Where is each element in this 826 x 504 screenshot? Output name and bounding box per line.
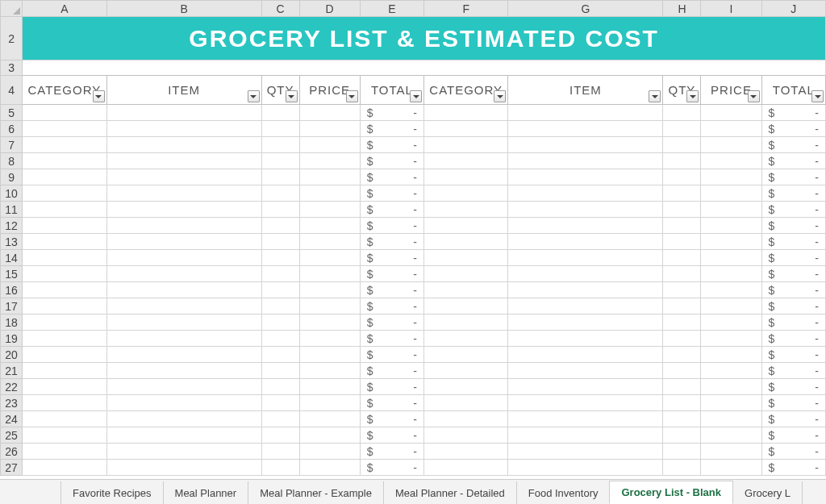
col-header[interactable]: C xyxy=(261,1,299,17)
cell[interactable] xyxy=(663,363,701,379)
table-row[interactable]: 15$-$- xyxy=(1,266,826,282)
table-header-price[interactable]: PRICE xyxy=(299,76,360,105)
cell[interactable] xyxy=(424,250,508,266)
cell[interactable] xyxy=(508,121,663,137)
cell[interactable] xyxy=(701,282,761,298)
row-header[interactable]: 20 xyxy=(1,347,23,363)
row-header[interactable]: 11 xyxy=(1,202,23,218)
cell[interactable] xyxy=(106,411,261,427)
cell[interactable] xyxy=(106,347,261,363)
filter-dropdown-icon[interactable] xyxy=(286,90,298,102)
cell[interactable] xyxy=(106,427,261,444)
select-all-cell[interactable] xyxy=(1,1,23,17)
cell[interactable] xyxy=(424,218,508,234)
cell[interactable]: $- xyxy=(761,347,825,363)
sheet-tab[interactable]: Favorite Recipes xyxy=(60,481,164,504)
cell[interactable] xyxy=(663,331,701,347)
cell[interactable] xyxy=(701,298,761,314)
cell[interactable] xyxy=(663,266,701,282)
cell[interactable]: $- xyxy=(360,331,423,347)
cell[interactable] xyxy=(106,218,261,234)
cell[interactable]: $- xyxy=(360,169,423,185)
filter-dropdown-icon[interactable] xyxy=(811,90,824,102)
cell[interactable] xyxy=(701,153,761,169)
cell[interactable] xyxy=(106,282,261,298)
cell[interactable] xyxy=(508,250,663,266)
table-header-item[interactable]: ITEM xyxy=(106,76,261,105)
table-row[interactable]: 21$-$- xyxy=(1,363,826,379)
cell[interactable] xyxy=(261,298,299,314)
cell[interactable] xyxy=(424,137,508,153)
sheet-tab[interactable]: Meal Planner xyxy=(163,481,249,504)
cell[interactable] xyxy=(106,444,261,460)
cell[interactable] xyxy=(23,121,106,137)
table-header-category[interactable]: CATEGORY xyxy=(23,76,106,105)
cell[interactable]: $- xyxy=(761,169,825,185)
cell[interactable] xyxy=(261,169,299,185)
cell[interactable] xyxy=(701,185,761,202)
cell[interactable] xyxy=(424,185,508,202)
cell[interactable] xyxy=(701,250,761,266)
cell[interactable]: $- xyxy=(360,460,423,476)
cell[interactable] xyxy=(424,331,508,347)
cell[interactable] xyxy=(663,314,701,331)
cell[interactable] xyxy=(701,105,761,121)
cell[interactable] xyxy=(261,363,299,379)
cell[interactable]: $- xyxy=(761,298,825,314)
cell[interactable] xyxy=(23,427,106,444)
table-row[interactable]: 17$-$- xyxy=(1,298,826,314)
cell[interactable]: $- xyxy=(761,153,825,169)
filter-dropdown-icon[interactable] xyxy=(346,90,358,102)
cell[interactable] xyxy=(299,363,360,379)
table-header-qty-2[interactable]: QTY xyxy=(663,76,701,105)
cell[interactable] xyxy=(508,137,663,153)
cell[interactable] xyxy=(424,282,508,298)
cell[interactable] xyxy=(508,218,663,234)
cell[interactable] xyxy=(261,137,299,153)
cell[interactable]: $- xyxy=(360,153,423,169)
cell[interactable] xyxy=(106,121,261,137)
cell[interactable] xyxy=(663,169,701,185)
cell[interactable]: $- xyxy=(761,137,825,153)
cell[interactable] xyxy=(424,298,508,314)
cell[interactable] xyxy=(424,266,508,282)
row-1[interactable]: 2 GROCERY LIST & ESTIMATED COST xyxy=(1,17,826,20)
col-header[interactable]: A xyxy=(23,1,106,17)
row-header[interactable]: 6 xyxy=(1,121,23,137)
cell[interactable] xyxy=(23,460,106,476)
row-header[interactable]: 5 xyxy=(1,105,23,121)
cell[interactable] xyxy=(663,282,701,298)
cell[interactable] xyxy=(701,379,761,395)
cell[interactable]: $- xyxy=(360,202,423,218)
cell[interactable]: $- xyxy=(360,411,423,427)
cell[interactable] xyxy=(106,395,261,411)
table-row[interactable]: 23$-$- xyxy=(1,395,826,411)
cell[interactable] xyxy=(508,169,663,185)
row-header[interactable]: 10 xyxy=(1,185,23,202)
cell[interactable]: $- xyxy=(360,282,423,298)
cell[interactable] xyxy=(508,105,663,121)
cell[interactable] xyxy=(299,460,360,476)
cell[interactable] xyxy=(663,395,701,411)
cell[interactable] xyxy=(299,121,360,137)
table-row[interactable]: 14$-$- xyxy=(1,250,826,266)
cell[interactable] xyxy=(299,234,360,250)
cell[interactable]: $- xyxy=(360,266,423,282)
cell[interactable]: $- xyxy=(761,185,825,202)
table-header-total-2[interactable]: TOTAL xyxy=(761,76,825,105)
cell[interactable] xyxy=(299,298,360,314)
cell[interactable] xyxy=(663,379,701,395)
cell[interactable] xyxy=(23,331,106,347)
cell[interactable] xyxy=(23,282,106,298)
cell[interactable] xyxy=(299,282,360,298)
cell[interactable] xyxy=(424,121,508,137)
cell[interactable] xyxy=(106,234,261,250)
cell[interactable]: $- xyxy=(360,185,423,202)
cell[interactable] xyxy=(23,411,106,427)
cell[interactable] xyxy=(106,105,261,121)
cell[interactable] xyxy=(106,266,261,282)
filter-dropdown-icon[interactable] xyxy=(410,90,422,102)
table-row[interactable]: 11$-$- xyxy=(1,202,826,218)
cell[interactable] xyxy=(701,137,761,153)
cell[interactable]: $- xyxy=(360,250,423,266)
